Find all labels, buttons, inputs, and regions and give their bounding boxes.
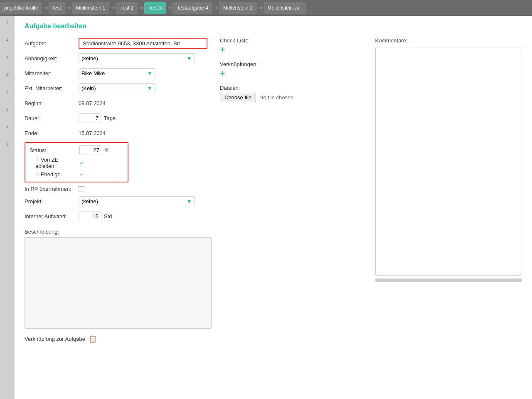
middle-section: Check-Liste: + Verknüpfungen: + Dateien:…	[220, 37, 367, 343]
abhaengigkeit-select[interactable]: (keine) ▼	[79, 53, 195, 63]
projekt-value: (keine)	[81, 198, 98, 204]
beschreibung-section: Beschreibung:	[25, 229, 212, 330]
ext-mitarbeiter-value: (Kein)	[81, 85, 96, 91]
beschreibung-label: Beschreibung:	[25, 229, 212, 235]
comments-section: Kommentare:	[375, 37, 522, 343]
mitarbeiter-arrow-icon: ▼	[147, 70, 153, 76]
kommentare-textarea[interactable]	[375, 47, 522, 276]
breadcrumb-item-3[interactable]: Test 2	[116, 2, 138, 14]
checklist-title: Check-Liste:	[220, 37, 367, 44]
interner-aufwand-row: Interner Aufwand: Std	[25, 210, 212, 222]
mitarbeiter-row: Mitarbeiter: Bike Mike ▼	[25, 67, 212, 79]
ext-mitarbeiter-arrow-icon: ▼	[147, 85, 153, 91]
breadcrumb-item-1[interactable]: test	[49, 2, 65, 14]
abhaengigkeit-value: (keine)	[81, 55, 98, 62]
verknuepfung-label: Verknüpfung zur Aufgabe	[25, 336, 85, 342]
no-file-text: No file chosen	[259, 94, 293, 101]
status-row: Status: %	[30, 145, 123, 155]
abhaengigkeit-arrow-icon: ▼	[186, 55, 192, 62]
breadcrumb-item-0[interactable]: projektkontrolle	[0, 2, 42, 14]
projekt-label: Projekt:	[25, 198, 79, 204]
abhaengigkeit-label: Abhängigkeit:	[25, 55, 79, 62]
projekt-select[interactable]: (keine) ▼	[79, 196, 195, 206]
kommentare-title: Kommentare:	[375, 37, 522, 44]
aufgabe-input-box[interactable]: Stadionstraße 9653, 3300 Amstetten, Str	[79, 38, 207, 49]
status-unit: %	[105, 147, 110, 153]
left-num-7: 4	[6, 125, 8, 130]
ext-mitarbeiter-select[interactable]: (Kein) ▼	[79, 83, 155, 93]
aufgabe-value: Stadionstraße 9653, 3300 Amstetten, Str	[83, 40, 180, 47]
in-rp-label: In RP übernehmen:	[25, 186, 79, 192]
von-ze-label: └ Von ZE ableiten:	[30, 157, 79, 169]
breadcrumb-item-7[interactable]: Meilenstein Juli	[264, 2, 306, 14]
left-num-6: 4	[6, 107, 8, 112]
ende-label: Ende:	[25, 130, 79, 136]
dateien-section: Dateien: Choose file No file chosen	[220, 85, 367, 102]
breadcrumb-arrow-6: ➔	[259, 5, 263, 11]
checklist-add-button[interactable]: +	[220, 45, 225, 54]
ext-mitarbeiter-row: Ext. Mitarbeiter: (Kein) ▼	[25, 82, 212, 94]
aufgabe-label: Aufgabe:	[25, 40, 79, 47]
verknuepfungen-title: Verknüpfungen:	[220, 61, 367, 67]
ende-row: Ende: 15.07.2024	[25, 127, 212, 139]
left-num-5: 4	[6, 90, 8, 95]
mitarbeiter-select[interactable]: Bike Mike ▼	[79, 68, 155, 78]
ext-mitarbeiter-label: Ext. Mitarbeiter:	[25, 85, 79, 91]
interner-aufwand-label: Interner Aufwand:	[25, 213, 79, 219]
abhaengigkeit-row: Abhängigkeit: (keine) ▼	[25, 52, 212, 64]
modal-title: Aufgabe bearbeiten	[25, 22, 522, 30]
left-num-2: 4	[6, 37, 8, 42]
aufgabe-row: Aufgabe: Stadionstraße 9653, 3300 Amstet…	[25, 37, 212, 49]
file-row: Choose file No file chosen	[220, 93, 367, 102]
verknuepfungen-add-button[interactable]: +	[220, 69, 225, 78]
beginn-row: Beginn: 09.07.2024	[25, 97, 212, 109]
dauer-row: Dauer: Tage	[25, 112, 212, 124]
projekt-arrow-icon: ▼	[186, 198, 192, 204]
interner-aufwand-unit: Std	[104, 213, 112, 219]
beschreibung-textarea[interactable]	[25, 237, 212, 329]
link-icon[interactable]: 📋	[89, 335, 97, 343]
form-section: Aufgabe: Stadionstraße 9653, 3300 Amstet…	[25, 37, 212, 343]
erledigt-checkbox[interactable]: ✓	[79, 171, 84, 177]
comments-scrollbar[interactable]	[375, 278, 522, 282]
verknuepfungen-section: Verknüpfungen: +	[220, 61, 367, 78]
breadcrumb-item-5[interactable]: Testaufgabe 4	[172, 2, 212, 14]
left-panel: 4 4 4 4 4 4 4 4	[0, 16, 15, 399]
dauer-unit: Tage	[104, 115, 116, 121]
in-rp-row: In RP übernehmen:	[25, 186, 212, 192]
beginn-label: Beginn:	[25, 100, 79, 106]
breadcrumb-arrow-4: ➔	[167, 5, 172, 11]
status-box: Status: % └ Von ZE ableiten: ✓ └ Erledig…	[25, 142, 128, 182]
dauer-label: Dauer:	[25, 115, 79, 121]
interner-aufwand-input[interactable]	[79, 212, 101, 221]
breadcrumb-arrow-5: ➔	[214, 5, 218, 11]
breadcrumb-item-2[interactable]: Meilenstein 1	[72, 2, 110, 14]
main-area: Aufgabe bearbeiten Aufgabe: Stadionstraß…	[15, 16, 532, 399]
status-label: Status:	[30, 147, 79, 153]
in-rp-checkbox[interactable]	[79, 186, 84, 192]
checklist-section: Check-Liste: +	[220, 37, 367, 54]
mitarbeiter-value: Bike Mike	[81, 70, 105, 76]
left-num-8: 4	[6, 142, 8, 147]
breadcrumb-arrow-1: ➔	[67, 5, 71, 11]
choose-file-button[interactable]: Choose file	[220, 93, 256, 102]
breadcrumb-item-6[interactable]: Meilenstein 1	[219, 2, 257, 14]
projekt-row: Projekt: (keine) ▼	[25, 195, 212, 207]
dateien-title: Dateien:	[220, 85, 367, 91]
beginn-value: 09.07.2024	[79, 100, 106, 106]
breadcrumb-arrow-3: ➔	[139, 5, 143, 11]
status-input[interactable]	[79, 145, 102, 155]
mitarbeiter-label: Mitarbeiter:	[25, 70, 79, 76]
content-grid: Aufgabe: Stadionstraße 9653, 3300 Amstet…	[25, 37, 522, 343]
left-num-1: 4	[6, 20, 8, 25]
dauer-input[interactable]	[79, 113, 101, 123]
verknuepfung-row: Verknüpfung zur Aufgabe 📋	[25, 335, 212, 343]
von-ze-row: └ Von ZE ableiten: ✓	[30, 157, 123, 169]
left-num-4: 4	[6, 72, 8, 77]
von-ze-checkbox[interactable]: ✓	[79, 160, 84, 166]
breadcrumb-item-4[interactable]: Test 3	[144, 2, 166, 14]
breadcrumb-arrow: ➔	[44, 5, 48, 11]
erledigt-label: └ Erledigt:	[30, 171, 79, 177]
breadcrumb-arrow-2: ➔	[111, 5, 115, 11]
breadcrumb-bar: projektkontrolle ➔ test ➔ Meilenstein 1 …	[0, 0, 532, 16]
